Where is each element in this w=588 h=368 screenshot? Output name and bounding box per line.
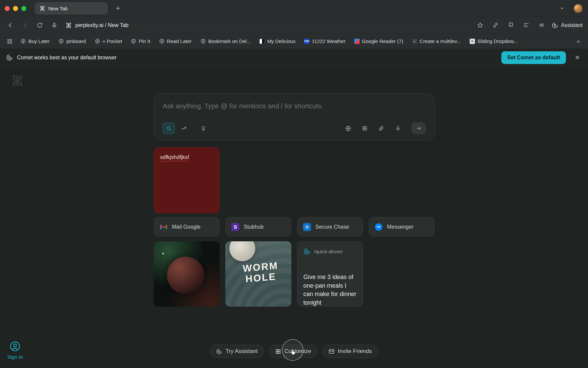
dictation-mic-icon[interactable]: [393, 123, 403, 134]
shortcut-label: Secure Chase: [315, 224, 349, 230]
wormhole-image-card[interactable]: WORM HOLE: [225, 241, 291, 307]
copy-link-icon[interactable]: [490, 20, 500, 30]
banner-message: Comet works best as your default browser: [17, 55, 117, 61]
reload-button[interactable]: [35, 20, 45, 30]
globe-icon: [200, 38, 206, 44]
equalizer-icon[interactable]: [536, 20, 546, 30]
globe-icon: [20, 38, 26, 44]
window-controls: [5, 6, 26, 11]
sign-in-control[interactable]: Sign In: [7, 341, 23, 360]
mail-envelope-icon: [328, 348, 335, 355]
globe-icon: [58, 38, 64, 44]
shortcut-messenger[interactable]: Messenger: [369, 217, 435, 237]
model-grid-icon[interactable]: [359, 123, 370, 134]
shortcut-label: Mail Google: [172, 224, 200, 230]
forward-button[interactable]: [20, 20, 30, 30]
google-reader-icon: [354, 39, 360, 44]
tab-list-chevron-icon[interactable]: [557, 3, 567, 13]
assistant-comet-icon: [552, 22, 558, 29]
submit-arrow-button[interactable]: [411, 122, 426, 134]
messenger-icon: [374, 223, 383, 231]
address-bar[interactable]: perplexity.ai / New Tab: [65, 22, 128, 29]
toolbar: perplexity.ai / New Tab Assistant: [0, 17, 588, 33]
bookmark-label: pinboard: [66, 38, 86, 44]
customize-button[interactable]: Customize: [269, 345, 317, 358]
bookmark-sliding-dropdown[interactable]: G Sliding Dropdow...: [467, 36, 521, 46]
extensions-icon[interactable]: [506, 20, 516, 30]
site-perplexity-icon: [65, 22, 72, 29]
browser-tab[interactable]: New Tab: [35, 2, 108, 14]
document-icon: G: [470, 39, 475, 44]
reader-mode-icon[interactable]: [521, 20, 531, 30]
ask-box: [154, 93, 435, 141]
bookmark-weather[interactable]: TWC 11222 Weather: [301, 36, 348, 46]
sources-globe-icon[interactable]: [343, 123, 353, 134]
bookmark-my-delicious[interactable]: My Delicious: [256, 36, 298, 46]
search-mode-icon[interactable]: [163, 123, 175, 134]
sign-in-label: Sign In: [7, 354, 23, 360]
new-tab-button[interactable]: +: [113, 3, 123, 13]
perplexity-watermark-icon: [10, 74, 24, 88]
shortcut-label: Stubhub: [244, 224, 264, 230]
prompt-text: Give me 3 ideas of one-pan meals I can m…: [303, 273, 357, 307]
invite-friends-label: Invite Friends: [338, 348, 372, 355]
bookmark-label: My Delicious: [267, 38, 295, 44]
bookmark-pin-it[interactable]: Pin It: [128, 36, 153, 46]
bookmark-delicious[interactable]: Bookmark on Del...: [197, 36, 254, 46]
sign-in-avatar-icon: [9, 341, 21, 352]
labs-lightbulb-icon[interactable]: [198, 123, 209, 134]
close-window-button[interactable]: [5, 6, 10, 11]
moon-shape: [229, 241, 255, 261]
zoom-window-button[interactable]: [21, 6, 26, 11]
comet-icon: [216, 348, 222, 355]
customize-label: Customize: [284, 348, 311, 355]
shortcut-secure-chase[interactable]: Secure Chase: [297, 217, 363, 237]
bookmarks-overflow-chevron-icon[interactable]: »: [573, 36, 583, 46]
planet-image-card[interactable]: [154, 241, 220, 307]
chase-icon: [303, 223, 311, 231]
assistant-button[interactable]: Assistant: [552, 22, 583, 29]
banner-close-icon[interactable]: ✕: [573, 53, 582, 62]
quick-dinner-prompt-card[interactable]: /quick-dinner Give me 3 ideas of one-pan…: [297, 241, 363, 307]
titlebar: New Tab +: [0, 0, 588, 17]
perplexity-teal-icon: [303, 248, 311, 255]
url-text: perplexity.ai / New Tab: [75, 22, 128, 28]
bookmark-label: Create a multilev...: [420, 38, 461, 44]
invite-friends-button[interactable]: Invite Friends: [322, 345, 378, 358]
bookmark-label: Google Reader (7): [362, 38, 403, 44]
attach-paperclip-icon[interactable]: [376, 123, 387, 134]
profile-avatar[interactable]: [574, 4, 583, 13]
bookmark-label: Bookmark on Del...: [208, 38, 251, 44]
divider: [193, 125, 194, 132]
comet-logo-icon: [6, 54, 13, 61]
new-tab-page: sdfkjshdfjksf Mail Google S Stubhub Secu…: [0, 66, 588, 368]
stubhub-icon: S: [231, 223, 240, 231]
bookmark-google-reader[interactable]: Google Reader (7): [351, 36, 406, 46]
minimize-window-button[interactable]: [13, 6, 18, 11]
bookmarks-bar: Buy Later pinboard + Pocket Pin It Read …: [0, 33, 588, 49]
back-button[interactable]: [5, 20, 15, 30]
bookmark-pinboard[interactable]: pinboard: [55, 36, 89, 46]
ask-input[interactable]: [163, 102, 426, 110]
bookmark-create-multilevel[interactable]: ▲ Create a multilev...: [409, 36, 464, 46]
try-assistant-button[interactable]: Try Assistant: [210, 345, 264, 358]
bookmark-buy-later[interactable]: Buy Later: [17, 36, 53, 46]
note-widget[interactable]: sdfkjshdfjksf: [154, 147, 220, 213]
bookmark-pocket[interactable]: + Pocket: [92, 36, 125, 46]
set-default-button[interactable]: Set Comet as default: [501, 51, 566, 64]
weather-channel-icon: TWC: [304, 39, 309, 44]
shortcut-mail-google[interactable]: Mail Google: [154, 217, 220, 237]
perplexity-favicon: [39, 5, 45, 11]
shortcut-stubhub[interactable]: S Stubhub: [225, 217, 291, 237]
research-mode-icon[interactable]: [178, 123, 189, 134]
bookmark-star-icon[interactable]: [475, 20, 485, 30]
footer-actions: Try Assistant Customize Invite Friends: [0, 345, 588, 358]
prompt-command: /quick-dinner: [314, 249, 343, 254]
note-text: sdfkjshdfjksf: [160, 154, 189, 160]
bookmark-read-later[interactable]: Read Later: [156, 36, 195, 46]
customize-grid-icon: [275, 348, 281, 355]
voice-search-icon[interactable]: [49, 20, 59, 30]
apps-grid-icon[interactable]: [5, 36, 15, 46]
try-assistant-label: Try Assistant: [225, 348, 258, 355]
shortcut-label: Messenger: [387, 224, 413, 230]
